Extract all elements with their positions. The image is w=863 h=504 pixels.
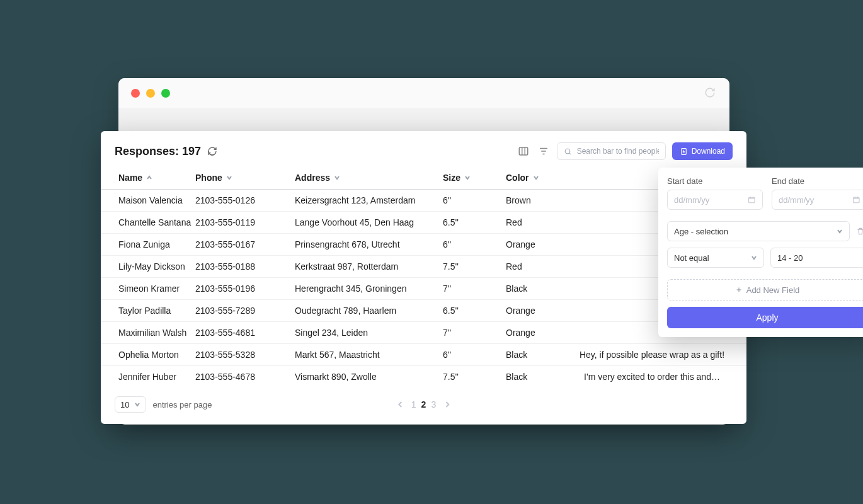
cell-notes: I'm very excited to order this and…	[575, 366, 746, 388]
table-row[interactable]: Taylor Padilla2103-555-7289Oudegracht 78…	[101, 300, 746, 322]
filter-value-field[interactable]	[777, 253, 860, 263]
calendar-icon	[852, 195, 860, 204]
filter-operator-value: Not equal	[674, 253, 709, 263]
columns-icon[interactable]	[517, 144, 530, 158]
start-date-field[interactable]	[674, 195, 748, 205]
sort-icon	[226, 175, 232, 181]
search-box[interactable]	[557, 142, 666, 160]
chevron-down-icon	[837, 228, 843, 234]
calendar-icon	[748, 195, 756, 204]
download-icon	[680, 147, 688, 156]
filter-icon[interactable]	[537, 144, 551, 158]
cell-size: 7.5''	[443, 366, 506, 388]
title-count: 197	[182, 145, 201, 158]
sort-icon	[533, 175, 539, 181]
cell-phone: 2103-555-0126	[195, 190, 295, 212]
cell-address: Prinsengracht 678, Utrecht	[295, 234, 443, 256]
start-date-label: Start date	[667, 176, 763, 186]
chevron-left-icon	[397, 401, 403, 408]
apply-label: Apply	[756, 312, 778, 323]
start-date-input[interactable]	[667, 190, 763, 210]
filter-field-select[interactable]: Age - selection	[667, 221, 850, 241]
cell-size: 7''	[443, 322, 506, 344]
cell-color: Black	[506, 366, 575, 388]
cell-name: Simeon Kramer	[101, 278, 195, 300]
cell-phone: 2103-555-7289	[195, 300, 295, 322]
col-header-color[interactable]: Color	[506, 173, 539, 183]
end-date-label: End date	[772, 176, 863, 186]
table-row[interactable]: Jennifer Huber2103-555-4678Vismarkt 890,…	[101, 366, 746, 388]
cell-address: Markt 567, Maastricht	[295, 344, 443, 366]
window-fullscreen-dot[interactable]	[161, 89, 170, 98]
cell-address: Keizersgracht 123, Amsterdam	[295, 190, 443, 212]
col-header-name[interactable]: Name	[118, 173, 152, 183]
col-header-phone[interactable]: Phone	[195, 173, 232, 183]
cell-address: Kerkstraat 987, Rotterdam	[295, 256, 443, 278]
cell-name: Taylor Padilla	[101, 300, 195, 322]
sort-icon	[334, 175, 340, 181]
refresh-icon[interactable]	[207, 146, 217, 156]
table-row[interactable]: Fiona Zuniga2103-555-0167Prinsengracht 6…	[101, 234, 746, 256]
sort-icon	[464, 175, 471, 181]
cell-address: Vismarkt 890, Zwolle	[295, 366, 443, 388]
delete-filter-button[interactable]	[856, 227, 863, 236]
cell-phone: 2103-555-4678	[195, 366, 295, 388]
pager-page-3[interactable]: 3	[431, 399, 436, 410]
cell-name: Maximilian Walsh	[101, 322, 195, 344]
cell-name: Lily-May Dickson	[101, 256, 195, 278]
svg-rect-4	[854, 197, 859, 202]
cell-color: Red	[506, 212, 575, 234]
table-row[interactable]: Ophelia Morton2103-555-5328Markt 567, Ma…	[101, 344, 746, 366]
chevron-down-icon	[134, 401, 140, 408]
add-field-label: Add New Field	[746, 285, 800, 295]
window-minimize-dot[interactable]	[146, 89, 155, 98]
col-header-size[interactable]: Size	[443, 173, 471, 183]
cell-name: Chantelle Santana	[101, 212, 195, 234]
filter-operator-select[interactable]: Not equal	[667, 248, 764, 268]
pager-page-2[interactable]: 2	[421, 399, 426, 410]
cell-size: 6''	[443, 344, 506, 366]
cell-color: Black	[506, 344, 575, 366]
mac-titlebar	[118, 78, 729, 108]
apply-button[interactable]: Apply	[667, 307, 863, 328]
end-date-field[interactable]	[779, 195, 852, 205]
page-size-select[interactable]: 10	[115, 396, 146, 413]
pager: 123	[397, 399, 450, 410]
cell-phone: 2103-555-0167	[195, 234, 295, 256]
cell-size: 7''	[443, 278, 506, 300]
cell-color: Orange	[506, 322, 575, 344]
col-header-address[interactable]: Address	[295, 173, 340, 183]
cell-phone: 2103-555-5328	[195, 344, 295, 366]
search-icon	[564, 147, 572, 156]
cell-address: Singel 234, Leiden	[295, 322, 443, 344]
cell-color: Orange	[506, 300, 575, 322]
chevron-right-icon	[445, 401, 450, 408]
cell-color: Red	[506, 256, 575, 278]
cell-size: 6''	[443, 190, 506, 212]
cell-size: 6.5''	[443, 212, 506, 234]
table-row[interactable]: Simeon Kramer2103-555-0196Herengracht 34…	[101, 278, 746, 300]
cell-name: Maison Valencia	[101, 190, 195, 212]
end-date-input[interactable]	[772, 190, 863, 210]
responses-panel: Responses: 197 Download	[101, 131, 746, 424]
trash-icon	[856, 227, 863, 236]
table-row[interactable]: Chantelle Santana2103-555-0119Lange Voor…	[101, 212, 746, 234]
pager-prev[interactable]	[397, 401, 403, 408]
filter-value-input[interactable]	[770, 248, 863, 268]
filter-field-value: Age - selection	[674, 227, 728, 236]
header-actions: Download	[517, 142, 733, 160]
cell-name: Ophelia Morton	[101, 344, 195, 366]
cell-size: 6.5''	[443, 300, 506, 322]
table-row[interactable]: Maison Valencia2103-555-0126Keizersgrach…	[101, 190, 746, 212]
cell-phone: 2103-555-4681	[195, 322, 295, 344]
window-close-dot[interactable]	[131, 89, 140, 98]
search-input[interactable]	[577, 147, 659, 156]
browser-refresh-icon[interactable]	[704, 87, 716, 98]
table-row[interactable]: Maximilian Walsh2103-555-4681Singel 234,…	[101, 322, 746, 344]
pager-next[interactable]	[445, 401, 450, 408]
table-row[interactable]: Lily-May Dickson2103-555-0188Kerkstraat …	[101, 256, 746, 278]
download-button[interactable]: Download	[672, 142, 733, 160]
add-field-button[interactable]: Add New Field	[667, 279, 863, 301]
pager-page-1[interactable]: 1	[411, 399, 416, 410]
panel-title: Responses: 197	[115, 145, 217, 158]
